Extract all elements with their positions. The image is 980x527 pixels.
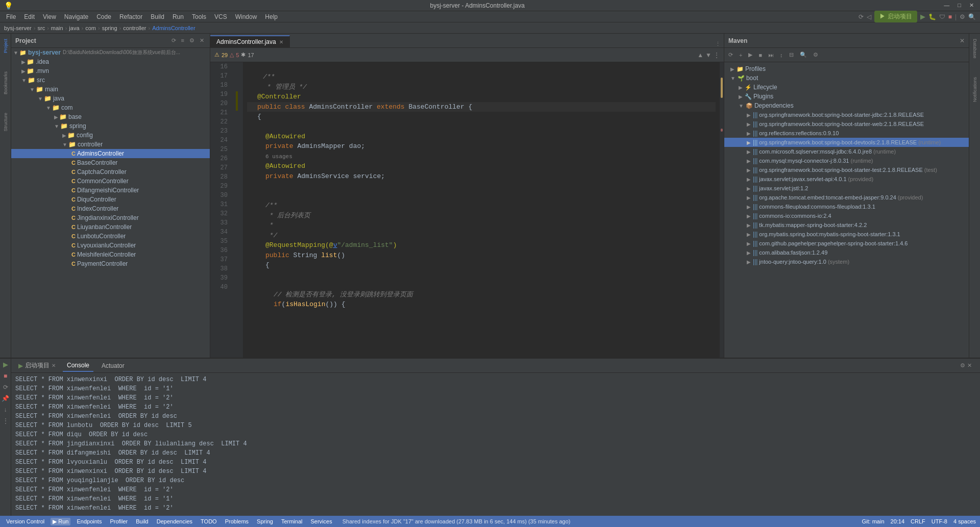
tree-item-meishi-controller[interactable]: C MeishifenleiController [11, 250, 210, 259]
maven-settings-icon[interactable]: ⚙ [811, 51, 820, 59]
maven-refresh-icon[interactable]: ⟳ [726, 51, 735, 59]
menu-vcs[interactable]: VCS [210, 12, 231, 21]
tree-item-lunbotu-controller[interactable]: C LunbotuController [11, 232, 210, 241]
tree-item-lvyouxianlu-controller[interactable]: C LvyouxianluController [11, 241, 210, 250]
run-icon[interactable]: ▶ [920, 13, 925, 20]
menu-build[interactable]: Build [146, 12, 168, 21]
run-status-tab[interactable]: ▶ Run [51, 518, 70, 525]
vcs-back-icon[interactable]: ◁ [867, 13, 871, 20]
bottom-scroll-icon[interactable]: ↓ [4, 406, 7, 413]
tree-item-diqu-controller[interactable]: C DiquController [11, 195, 210, 204]
menu-code[interactable]: Code [92, 12, 115, 21]
maven-run-icon[interactable]: ▶ [746, 51, 754, 59]
sidebar-tab-database[interactable]: Database [971, 36, 978, 62]
maven-dep-fastjson[interactable]: ▶ ||| com.alibaba:fastjson:1.2.49 [724, 248, 969, 257]
close-bottom-icon[interactable]: ✕ [967, 362, 972, 369]
tree-item-java[interactable]: ▼ 📁 java [11, 94, 210, 103]
problems-tab[interactable]: Problems [223, 518, 251, 525]
tree-item-index-controller[interactable]: C IndexController [11, 204, 210, 213]
maven-stop-icon[interactable]: ■ [756, 52, 764, 59]
tree-item-config[interactable]: ▶ 📁 config [11, 131, 210, 140]
run-config-button[interactable]: ▶ 启动项目 [874, 11, 917, 22]
indent-info[interactable]: 4 spaces [953, 518, 976, 524]
breadcrumb-controller[interactable]: controller [123, 25, 146, 31]
menu-refactor[interactable]: Refactor [115, 12, 146, 21]
todo-tab[interactable]: TODO [199, 518, 219, 525]
tree-item-liuyanban-controller[interactable]: C LiuyanbanController [11, 222, 210, 232]
tab-close-icon[interactable]: ✕ [279, 39, 283, 45]
maven-dep-mysql[interactable]: ▶ ||| com.mysql:mysql-connector-j:8.0.31… [724, 156, 969, 165]
sidebar-tab-notifications[interactable]: Notifications [971, 74, 978, 105]
more-tabs-icon[interactable]: ⋮ [715, 41, 721, 47]
tree-item-payment-controller[interactable]: C PaymentController [11, 259, 210, 268]
project-close-icon[interactable]: ✕ [198, 37, 206, 44]
menu-window[interactable]: Window [231, 12, 261, 21]
editor-options-icon[interactable]: ⋮ [714, 52, 720, 59]
search-icon[interactable]: 🔍 [968, 13, 976, 20]
tree-item-spring[interactable]: ▼ 📁 spring [11, 121, 210, 131]
tree-item-difang-controller[interactable]: C DifangmeishiController [11, 186, 210, 195]
maven-close-icon[interactable]: ✕ [960, 37, 965, 44]
maven-toggle-icon[interactable]: ↕ [778, 52, 785, 59]
bottom-run-icon[interactable]: ▶ [3, 361, 8, 368]
editor-tab-admins[interactable]: AdminsController.java ✕ [210, 35, 290, 47]
maven-dep-jasper[interactable]: ▶ ||| org.apache.tomcat.embed:tomcat-emb… [724, 193, 969, 202]
tree-item-root[interactable]: ▼ 📁 bysj-server D:\BaiduNetdiskDownload\… [11, 48, 210, 57]
build-tab[interactable]: Build [134, 518, 150, 525]
dependencies-tab[interactable]: Dependencies [155, 518, 194, 525]
maven-boot[interactable]: ▼ 🌱 boot [724, 73, 969, 83]
git-branch[interactable]: Git: main [862, 518, 885, 524]
version-control-tab[interactable]: Version Control [4, 518, 46, 525]
project-settings-icon[interactable]: ⚙ [188, 37, 196, 44]
tree-item-base[interactable]: ▶ 📁 base [11, 112, 210, 121]
debug-icon[interactable]: 🐛 [928, 13, 936, 20]
sidebar-tab-project[interactable]: Project [2, 36, 9, 56]
tree-item-admins-controller[interactable]: C AdminsController [11, 149, 210, 158]
spring-tab[interactable]: Spring [255, 518, 275, 525]
line-ending[interactable]: CRLF [911, 518, 925, 524]
maven-dep-jstl[interactable]: ▶ ||| javax.servlet:jstl:1.2 [724, 184, 969, 193]
endpoints-tab[interactable]: Endpoints [75, 518, 104, 525]
tree-item-idea[interactable]: ▶ 📁 .idea [11, 57, 210, 66]
menu-tools[interactable]: Tools [188, 12, 210, 21]
maven-lifecycle[interactable]: ▶ ⚡ Lifecycle [724, 83, 969, 92]
terminal-tab[interactable]: Terminal [279, 518, 305, 525]
services-tab[interactable]: Services [308, 518, 334, 525]
bottom-stop-icon[interactable]: ■ [4, 372, 7, 380]
maven-dep-commonsio[interactable]: ▶ ||| commons-io:commons-io:2.4 [724, 211, 969, 220]
tree-item-common-controller[interactable]: C CommonController [11, 177, 210, 186]
bottom-restart-icon[interactable]: ⟳ [3, 384, 8, 391]
minimize-button[interactable]: — [942, 2, 951, 9]
editor-scrollbar[interactable] [720, 62, 724, 358]
breadcrumb-src[interactable]: src [37, 25, 45, 31]
maven-collapse-icon[interactable]: ⊟ [787, 51, 796, 59]
actuator-tab[interactable]: Actuator [97, 360, 129, 371]
vcs-update-icon[interactable]: ⟳ [859, 13, 864, 20]
scroll-up-icon[interactable]: ▲ [697, 52, 703, 59]
breadcrumb-java[interactable]: java [69, 25, 79, 31]
console-tab[interactable]: Console [63, 360, 93, 372]
menu-view[interactable]: View [39, 12, 60, 21]
maven-dep-jntoo[interactable]: ▶ ||| jntoo-query:jntoo-query:1.0 (syste… [724, 257, 969, 266]
menu-navigate[interactable]: Navigate [60, 12, 92, 21]
maven-dep-servlet[interactable]: ▶ ||| javax.servlet:javax.servlet-api:4.… [724, 174, 969, 184]
breadcrumb-class[interactable]: AdminsController [152, 25, 195, 31]
scroll-down-icon[interactable]: ▼ [705, 52, 712, 59]
maven-dep-fileupload[interactable]: ▶ ||| commons-fileupload:commons-fileupl… [724, 202, 969, 211]
menu-edit[interactable]: Edit [20, 12, 39, 21]
maven-profiles[interactable]: ▶ 📁 Profiles [724, 64, 969, 73]
profiler-tab[interactable]: Profiler [108, 518, 130, 525]
maven-dep-test[interactable]: ▶ ||| org.springframework.boot:spring-bo… [724, 165, 969, 174]
maven-dep-pagehelper[interactable]: ▶ ||| com.github.pagehelper:pagehelper-s… [724, 239, 969, 248]
console-output[interactable]: SELECT * FROM xinwenxinxi ORDER BY id de… [11, 373, 980, 516]
project-collapse-icon[interactable]: ≡ [180, 37, 186, 44]
maven-search-icon[interactable]: 🔍 [798, 51, 809, 59]
maven-plugins[interactable]: ▶ 🔧 Plugins [724, 92, 969, 101]
tree-item-controller[interactable]: ▼ 📁 controller [11, 140, 210, 149]
maven-dependencies[interactable]: ▼ 📦 Dependencies [724, 101, 969, 110]
maven-dep-mssql[interactable]: ▶ ||| com.microsoft.sqlserver:mssql-jdbc… [724, 147, 969, 156]
maven-dep-reflections[interactable]: ▶ ||| org.reflections:reflections:0.9.10 [724, 129, 969, 138]
tree-item-src[interactable]: ▼ 📁 src [11, 76, 210, 85]
settings-icon[interactable]: ⚙ [960, 13, 965, 20]
bottom-pin-icon[interactable]: 📌 [2, 395, 9, 402]
